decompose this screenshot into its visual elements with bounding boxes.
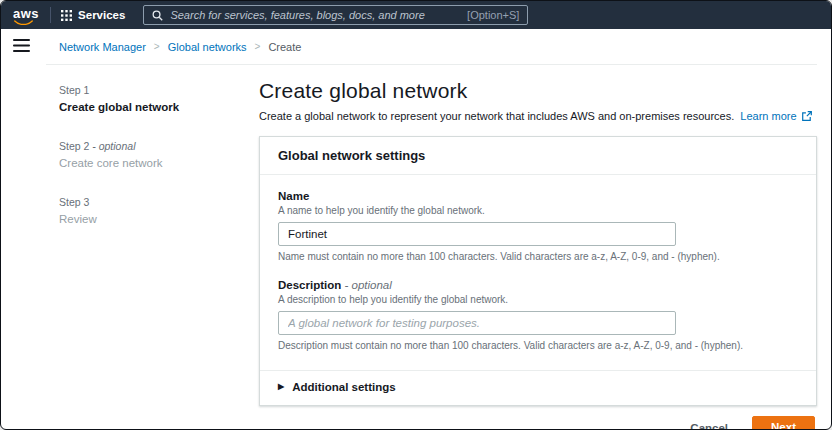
wizard-steps-nav: Step 1 Create global network Step 2 - op… — [59, 79, 259, 429]
step-2-number-label: Step 2 — [59, 140, 89, 152]
breadcrumb-current-create: Create — [268, 41, 301, 53]
step-item-2[interactable]: Step 2 - optional Create core network — [59, 140, 259, 169]
breadcrumb-chevron-icon: > — [255, 41, 261, 52]
name-field: Name A name to help you identify the glo… — [278, 190, 798, 262]
wizard-layout: Step 1 Create global network Step 2 - op… — [46, 65, 817, 429]
search-shortcut-hint: [Option+S] — [467, 9, 519, 21]
step-2-optional-label: - optional — [92, 140, 135, 152]
description-constraint-text: Description must contain no more than 10… — [278, 340, 798, 351]
cancel-button[interactable]: Cancel — [690, 422, 728, 430]
search-icon — [152, 10, 163, 21]
step-3-number: Step 3 — [59, 196, 259, 208]
additional-settings-label: Additional settings — [292, 381, 396, 393]
content-area: Network Manager > Global networks > Crea… — [46, 29, 831, 429]
breadcrumb-global-networks[interactable]: Global networks — [168, 41, 247, 53]
step-2-number: Step 2 - optional — [59, 140, 259, 152]
step-3-number-label: Step 3 — [59, 196, 89, 208]
name-constraint-text: Name must contain no more than 100 chara… — [278, 251, 798, 262]
description-help-text: A description to help you identify the g… — [278, 294, 798, 305]
global-search[interactable]: [Option+S] — [143, 5, 528, 25]
description-label: Description - optional — [278, 279, 798, 291]
step-1-title: Create global network — [59, 101, 259, 113]
page-title: Create global network — [259, 79, 817, 103]
next-button[interactable]: Next — [752, 416, 815, 430]
card-body: Name A name to help you identify the glo… — [260, 175, 816, 370]
aws-logo[interactable]: aws — [11, 5, 43, 25]
hamburger-icon — [13, 39, 30, 52]
page-description-text: Create a global network to represent you… — [259, 110, 734, 122]
side-nav-toggle-button[interactable] — [13, 39, 30, 52]
side-nav-toggle-column — [1, 29, 46, 429]
step-2-title: Create core network — [59, 157, 259, 169]
external-link-icon — [802, 111, 812, 121]
nav-divider — [50, 7, 51, 23]
name-label: Name — [278, 190, 798, 202]
services-menu-button[interactable]: Services — [61, 9, 125, 21]
aws-smile-icon — [14, 20, 33, 25]
wizard-main: Create global network Create a global ne… — [259, 79, 817, 429]
description-label-text: Description — [278, 279, 341, 291]
console-body: Network Manager > Global networks > Crea… — [1, 29, 831, 429]
aws-console-window: aws Services [Option+S] — [0, 0, 832, 430]
expand-triangle-icon: ▶ — [278, 383, 284, 391]
description-field: Description - optional A description to … — [278, 279, 798, 351]
description-optional-label: - optional — [344, 279, 391, 291]
breadcrumb-network-manager[interactable]: Network Manager — [59, 41, 146, 53]
step-1-number: Step 1 — [59, 84, 259, 96]
step-3-title: Review — [59, 213, 259, 225]
card-header: Global network settings — [260, 137, 816, 175]
page-description: Create a global network to represent you… — [259, 110, 817, 122]
step-1-number-label: Step 1 — [59, 84, 89, 96]
global-network-settings-card: Global network settings Name A name to h… — [259, 136, 817, 406]
search-input[interactable] — [170, 9, 460, 21]
top-navigation-bar: aws Services [Option+S] — [1, 1, 831, 29]
step-item-1[interactable]: Step 1 Create global network — [59, 84, 259, 113]
breadcrumb-chevron-icon: > — [154, 41, 160, 52]
additional-settings-expander[interactable]: ▶ Additional settings — [260, 370, 816, 405]
name-help-text: A name to help you identify the global n… — [278, 205, 798, 216]
services-label: Services — [78, 9, 125, 21]
description-input[interactable] — [278, 311, 676, 335]
learn-more-label: Learn more — [740, 110, 796, 122]
learn-more-link[interactable]: Learn more — [740, 110, 811, 122]
name-input[interactable] — [278, 222, 676, 246]
wizard-footer: Cancel Next — [259, 406, 817, 430]
aws-logo-text: aws — [13, 6, 39, 21]
services-grid-icon — [61, 10, 72, 21]
step-item-3[interactable]: Step 3 Review — [59, 196, 259, 225]
breadcrumb: Network Manager > Global networks > Crea… — [46, 29, 817, 65]
